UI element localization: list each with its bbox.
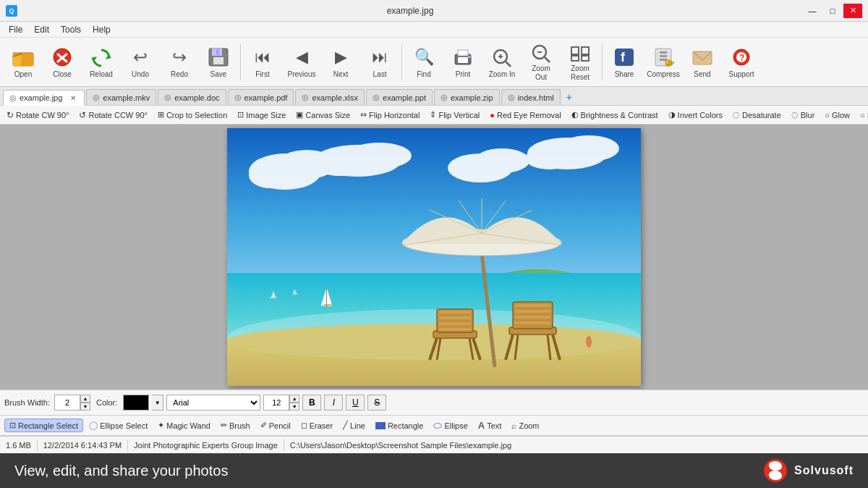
- flip-v-button[interactable]: ⇕ Flip Vertical: [426, 109, 483, 121]
- line-label: Line: [350, 421, 365, 430]
- brush-tool[interactable]: ✏ Brush: [216, 419, 255, 432]
- font-size-input[interactable]: [263, 395, 289, 411]
- svg-rect-79: [439, 328, 471, 331]
- minimize-button[interactable]: —: [803, 4, 822, 18]
- send-icon: [691, 46, 714, 69]
- glow-button[interactable]: ○ Glow: [821, 109, 854, 121]
- tab-add-button[interactable]: +: [562, 89, 576, 105]
- red-eye-button[interactable]: ● Red Eye Removal: [486, 109, 564, 121]
- find-icon: 🔍: [412, 46, 435, 69]
- tab-example-ppt[interactable]: ◎ example.ppt: [366, 89, 433, 105]
- redo-icon: ↪: [168, 46, 191, 69]
- pencil-tool[interactable]: ✐ Pencil: [256, 419, 295, 432]
- first-button[interactable]: ⏮ First: [244, 41, 281, 83]
- ellipse-icon: ⬭: [433, 419, 442, 432]
- svg-point-57: [227, 324, 641, 360]
- eraser-tool[interactable]: ◻ Eraser: [297, 419, 337, 432]
- support-button[interactable]: ? Support: [723, 41, 760, 83]
- restore-button[interactable]: □: [823, 4, 842, 18]
- menu-edit[interactable]: Edit: [28, 23, 55, 36]
- tab-label-xlsx: example.xlsx: [312, 93, 358, 102]
- print-button[interactable]: Print: [444, 41, 482, 83]
- rotate-cw-button[interactable]: ↻ Rotate CW 90°: [3, 109, 72, 122]
- ellipse-select-icon: ◯: [89, 421, 98, 430]
- flip-h-button[interactable]: ⇔ Flip Horizontal: [357, 109, 423, 121]
- brush-width-down[interactable]: ▼: [80, 403, 90, 411]
- tab-example-mkv[interactable]: ◎ example.mkv: [86, 89, 156, 105]
- svg-rect-89: [515, 321, 550, 324]
- share-button[interactable]: f Share: [605, 41, 643, 83]
- font-family-select[interactable]: Arial Times New Roman Verdana: [166, 395, 260, 411]
- redo-button[interactable]: ↪ Redo: [161, 41, 198, 83]
- text-tool[interactable]: A Text: [474, 418, 506, 432]
- zoom-in-button[interactable]: Zoom In: [483, 41, 521, 83]
- rectangle-select-tool[interactable]: ⊡ Rectangle Select: [4, 418, 83, 432]
- save-button[interactable]: Save: [200, 41, 237, 83]
- tab-index-html[interactable]: ◎ index.html: [501, 89, 561, 105]
- image-size-button[interactable]: ⊡ Image Size: [234, 109, 289, 121]
- menu-help[interactable]: Help: [87, 23, 116, 36]
- blur-button[interactable]: ◌ Blur: [788, 109, 819, 121]
- brightness-button[interactable]: ◐ Brightness & Contrast: [568, 109, 662, 121]
- ellipse-tool[interactable]: ⬭ Ellipse: [429, 418, 472, 433]
- desaturate-button[interactable]: ◌ Desaturate: [729, 109, 785, 121]
- previous-icon: ◀: [290, 46, 313, 69]
- menu-tools[interactable]: Tools: [55, 23, 87, 36]
- open-button[interactable]: Open: [4, 41, 42, 83]
- sepia-button[interactable]: ○ Sepia: [856, 109, 868, 121]
- tab-example-zip[interactable]: ◎ example.zip: [434, 89, 500, 105]
- tab-example-jpg[interactable]: ◎ example.jpg ✕: [3, 90, 85, 106]
- previous-button[interactable]: ◀ Previous: [283, 41, 320, 83]
- underline-button[interactable]: U: [346, 395, 365, 411]
- brush-width-control[interactable]: ▲ ▼: [54, 395, 90, 411]
- rotate-ccw-button[interactable]: ↺ Rotate CCW 90°: [75, 109, 150, 122]
- rotate-cw-icon: ↻: [7, 110, 14, 120]
- next-button[interactable]: ▶ Next: [322, 41, 359, 83]
- rectangle-tool[interactable]: Rectangle: [371, 420, 428, 432]
- status-sep-3: [284, 439, 284, 451]
- flip-h-icon: ⇔: [360, 110, 367, 119]
- magic-wand-tool[interactable]: ✦ Magic Wand: [153, 419, 215, 432]
- zoom-reset-button[interactable]: Zoom Reset: [561, 41, 599, 83]
- share-label: Share: [615, 70, 634, 79]
- tab-example-xlsx[interactable]: ◎ example.xlsx: [295, 89, 365, 105]
- close-file-button[interactable]: Close: [43, 41, 81, 83]
- close-button[interactable]: ✕: [843, 4, 862, 18]
- brush-width-input[interactable]: [54, 395, 80, 411]
- ellipse-select-tool[interactable]: ◯ Ellipse Select: [85, 419, 152, 432]
- compress-button[interactable]: ZIP Compress: [644, 41, 682, 83]
- color-swatch[interactable]: [123, 395, 149, 411]
- canvas-size-button[interactable]: ▣ Canvas Size: [292, 109, 354, 121]
- brush-width-label: Brush Width:: [4, 398, 50, 407]
- color-dropdown[interactable]: ▼: [152, 395, 163, 411]
- undo-button[interactable]: ↩ Undo: [122, 41, 159, 83]
- tab-example-pdf[interactable]: ◎ example.pdf: [228, 89, 294, 105]
- zoom-draw-tool[interactable]: ⌕ Zoom: [507, 420, 543, 432]
- svg-rect-26: [571, 56, 579, 61]
- send-label: Send: [694, 70, 710, 79]
- svg-rect-14: [458, 57, 468, 63]
- italic-button[interactable]: I: [324, 395, 343, 411]
- line-tool[interactable]: ╱ Line: [339, 419, 370, 432]
- compress-icon: ZIP: [652, 46, 675, 69]
- invert-button[interactable]: ◑ Invert Colors: [665, 109, 726, 121]
- bold-button[interactable]: B: [302, 395, 321, 411]
- svg-line-23: [545, 57, 550, 62]
- crop-button[interactable]: ⊞ Crop to Selection: [154, 109, 231, 121]
- previous-label: Previous: [288, 70, 316, 79]
- reload-button[interactable]: Reload: [82, 41, 120, 83]
- font-size-up[interactable]: ▲: [289, 395, 299, 403]
- brush-width-up[interactable]: ▲: [80, 395, 90, 403]
- find-button[interactable]: 🔍 Find: [405, 41, 443, 83]
- brand-name: Solvusoft: [794, 464, 854, 477]
- strikethrough-button[interactable]: S: [367, 395, 386, 411]
- tab-example-doc[interactable]: ◎ example.doc: [158, 89, 226, 105]
- last-button[interactable]: ⏭ Last: [361, 41, 399, 83]
- font-size-down[interactable]: ▼: [289, 403, 299, 411]
- menu-file[interactable]: File: [3, 23, 28, 36]
- send-button[interactable]: Send: [684, 41, 721, 83]
- glow-label: Glow: [832, 111, 850, 119]
- zoom-out-button[interactable]: Zoom Out: [522, 41, 560, 83]
- svg-line-20: [506, 62, 511, 67]
- tab-close-jpg[interactable]: ✕: [68, 93, 78, 103]
